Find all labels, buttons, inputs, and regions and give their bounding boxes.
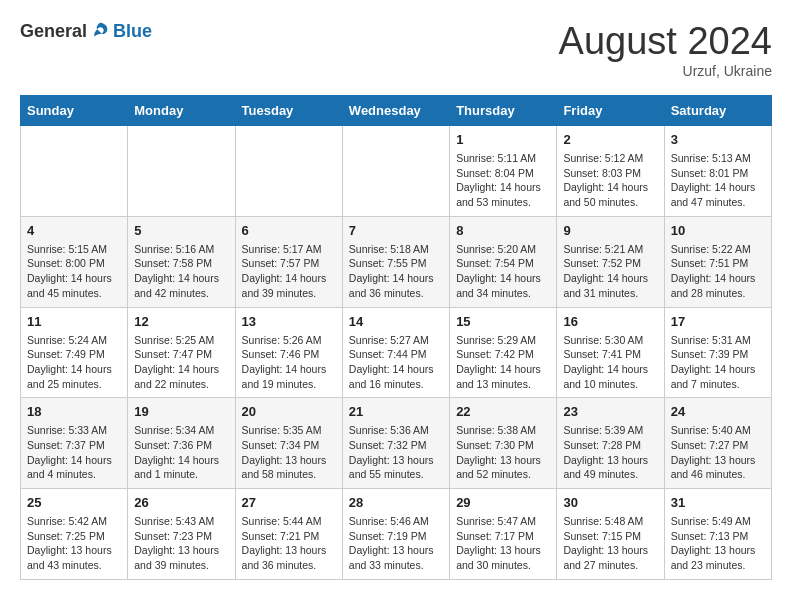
calendar-cell: 12Sunrise: 5:25 AM Sunset: 7:47 PM Dayli… (128, 307, 235, 398)
calendar-week-row: 1Sunrise: 5:11 AM Sunset: 8:04 PM Daylig… (21, 126, 772, 217)
logo: General Blue (20, 20, 152, 42)
page-header: General Blue August 2024 Urzuf, Ukraine (20, 20, 772, 79)
day-number: 16 (563, 314, 657, 329)
calendar-week-row: 25Sunrise: 5:42 AM Sunset: 7:25 PM Dayli… (21, 489, 772, 580)
day-info: Sunrise: 5:36 AM Sunset: 7:32 PM Dayligh… (349, 423, 443, 482)
calendar-cell: 10Sunrise: 5:22 AM Sunset: 7:51 PM Dayli… (664, 216, 771, 307)
day-number: 21 (349, 404, 443, 419)
day-header-wednesday: Wednesday (342, 96, 449, 126)
calendar-cell: 19Sunrise: 5:34 AM Sunset: 7:36 PM Dayli… (128, 398, 235, 489)
day-header-friday: Friday (557, 96, 664, 126)
calendar-cell (235, 126, 342, 217)
day-number: 10 (671, 223, 765, 238)
calendar-cell: 9Sunrise: 5:21 AM Sunset: 7:52 PM Daylig… (557, 216, 664, 307)
calendar-cell: 2Sunrise: 5:12 AM Sunset: 8:03 PM Daylig… (557, 126, 664, 217)
day-info: Sunrise: 5:13 AM Sunset: 8:01 PM Dayligh… (671, 151, 765, 210)
calendar-cell (128, 126, 235, 217)
calendar-cell: 1Sunrise: 5:11 AM Sunset: 8:04 PM Daylig… (450, 126, 557, 217)
calendar-cell: 13Sunrise: 5:26 AM Sunset: 7:46 PM Dayli… (235, 307, 342, 398)
day-info: Sunrise: 5:27 AM Sunset: 7:44 PM Dayligh… (349, 333, 443, 392)
day-number: 20 (242, 404, 336, 419)
calendar-cell: 4Sunrise: 5:15 AM Sunset: 8:00 PM Daylig… (21, 216, 128, 307)
day-number: 7 (349, 223, 443, 238)
day-number: 1 (456, 132, 550, 147)
day-number: 17 (671, 314, 765, 329)
day-info: Sunrise: 5:16 AM Sunset: 7:58 PM Dayligh… (134, 242, 228, 301)
day-number: 15 (456, 314, 550, 329)
calendar-cell: 29Sunrise: 5:47 AM Sunset: 7:17 PM Dayli… (450, 489, 557, 580)
day-info: Sunrise: 5:11 AM Sunset: 8:04 PM Dayligh… (456, 151, 550, 210)
day-number: 18 (27, 404, 121, 419)
calendar-cell: 6Sunrise: 5:17 AM Sunset: 7:57 PM Daylig… (235, 216, 342, 307)
day-info: Sunrise: 5:25 AM Sunset: 7:47 PM Dayligh… (134, 333, 228, 392)
day-info: Sunrise: 5:48 AM Sunset: 7:15 PM Dayligh… (563, 514, 657, 573)
day-header-sunday: Sunday (21, 96, 128, 126)
day-number: 19 (134, 404, 228, 419)
calendar-cell: 25Sunrise: 5:42 AM Sunset: 7:25 PM Dayli… (21, 489, 128, 580)
day-number: 26 (134, 495, 228, 510)
day-number: 31 (671, 495, 765, 510)
day-info: Sunrise: 5:38 AM Sunset: 7:30 PM Dayligh… (456, 423, 550, 482)
day-info: Sunrise: 5:42 AM Sunset: 7:25 PM Dayligh… (27, 514, 121, 573)
day-number: 24 (671, 404, 765, 419)
day-number: 4 (27, 223, 121, 238)
calendar-week-row: 18Sunrise: 5:33 AM Sunset: 7:37 PM Dayli… (21, 398, 772, 489)
calendar-cell: 20Sunrise: 5:35 AM Sunset: 7:34 PM Dayli… (235, 398, 342, 489)
day-info: Sunrise: 5:31 AM Sunset: 7:39 PM Dayligh… (671, 333, 765, 392)
day-info: Sunrise: 5:24 AM Sunset: 7:49 PM Dayligh… (27, 333, 121, 392)
day-header-monday: Monday (128, 96, 235, 126)
day-info: Sunrise: 5:20 AM Sunset: 7:54 PM Dayligh… (456, 242, 550, 301)
day-number: 11 (27, 314, 121, 329)
calendar-cell: 28Sunrise: 5:46 AM Sunset: 7:19 PM Dayli… (342, 489, 449, 580)
day-number: 25 (27, 495, 121, 510)
calendar-cell: 8Sunrise: 5:20 AM Sunset: 7:54 PM Daylig… (450, 216, 557, 307)
calendar-cell: 7Sunrise: 5:18 AM Sunset: 7:55 PM Daylig… (342, 216, 449, 307)
calendar-header-row: SundayMondayTuesdayWednesdayThursdayFrid… (21, 96, 772, 126)
calendar-table: SundayMondayTuesdayWednesdayThursdayFrid… (20, 95, 772, 580)
subtitle: Urzuf, Ukraine (559, 63, 772, 79)
day-info: Sunrise: 5:15 AM Sunset: 8:00 PM Dayligh… (27, 242, 121, 301)
day-number: 27 (242, 495, 336, 510)
day-info: Sunrise: 5:30 AM Sunset: 7:41 PM Dayligh… (563, 333, 657, 392)
calendar-cell: 14Sunrise: 5:27 AM Sunset: 7:44 PM Dayli… (342, 307, 449, 398)
calendar-cell: 16Sunrise: 5:30 AM Sunset: 7:41 PM Dayli… (557, 307, 664, 398)
day-info: Sunrise: 5:43 AM Sunset: 7:23 PM Dayligh… (134, 514, 228, 573)
day-info: Sunrise: 5:29 AM Sunset: 7:42 PM Dayligh… (456, 333, 550, 392)
day-info: Sunrise: 5:12 AM Sunset: 8:03 PM Dayligh… (563, 151, 657, 210)
main-title: August 2024 (559, 20, 772, 63)
day-info: Sunrise: 5:35 AM Sunset: 7:34 PM Dayligh… (242, 423, 336, 482)
day-number: 23 (563, 404, 657, 419)
calendar-cell: 5Sunrise: 5:16 AM Sunset: 7:58 PM Daylig… (128, 216, 235, 307)
calendar-week-row: 4Sunrise: 5:15 AM Sunset: 8:00 PM Daylig… (21, 216, 772, 307)
day-number: 5 (134, 223, 228, 238)
day-header-tuesday: Tuesday (235, 96, 342, 126)
calendar-cell: 30Sunrise: 5:48 AM Sunset: 7:15 PM Dayli… (557, 489, 664, 580)
calendar-cell: 18Sunrise: 5:33 AM Sunset: 7:37 PM Dayli… (21, 398, 128, 489)
day-header-saturday: Saturday (664, 96, 771, 126)
logo-blue-text: Blue (113, 21, 152, 42)
calendar-cell: 26Sunrise: 5:43 AM Sunset: 7:23 PM Dayli… (128, 489, 235, 580)
day-number: 29 (456, 495, 550, 510)
day-info: Sunrise: 5:44 AM Sunset: 7:21 PM Dayligh… (242, 514, 336, 573)
title-area: August 2024 Urzuf, Ukraine (559, 20, 772, 79)
day-number: 6 (242, 223, 336, 238)
calendar-cell: 23Sunrise: 5:39 AM Sunset: 7:28 PM Dayli… (557, 398, 664, 489)
day-number: 9 (563, 223, 657, 238)
day-number: 12 (134, 314, 228, 329)
day-header-thursday: Thursday (450, 96, 557, 126)
day-info: Sunrise: 5:39 AM Sunset: 7:28 PM Dayligh… (563, 423, 657, 482)
calendar-cell: 15Sunrise: 5:29 AM Sunset: 7:42 PM Dayli… (450, 307, 557, 398)
day-number: 22 (456, 404, 550, 419)
logo-general-text: General (20, 21, 87, 42)
day-info: Sunrise: 5:21 AM Sunset: 7:52 PM Dayligh… (563, 242, 657, 301)
calendar-cell: 22Sunrise: 5:38 AM Sunset: 7:30 PM Dayli… (450, 398, 557, 489)
calendar-week-row: 11Sunrise: 5:24 AM Sunset: 7:49 PM Dayli… (21, 307, 772, 398)
day-info: Sunrise: 5:47 AM Sunset: 7:17 PM Dayligh… (456, 514, 550, 573)
day-info: Sunrise: 5:40 AM Sunset: 7:27 PM Dayligh… (671, 423, 765, 482)
calendar-cell: 24Sunrise: 5:40 AM Sunset: 7:27 PM Dayli… (664, 398, 771, 489)
calendar-cell: 31Sunrise: 5:49 AM Sunset: 7:13 PM Dayli… (664, 489, 771, 580)
day-info: Sunrise: 5:22 AM Sunset: 7:51 PM Dayligh… (671, 242, 765, 301)
calendar-cell: 11Sunrise: 5:24 AM Sunset: 7:49 PM Dayli… (21, 307, 128, 398)
day-info: Sunrise: 5:33 AM Sunset: 7:37 PM Dayligh… (27, 423, 121, 482)
calendar-cell (342, 126, 449, 217)
